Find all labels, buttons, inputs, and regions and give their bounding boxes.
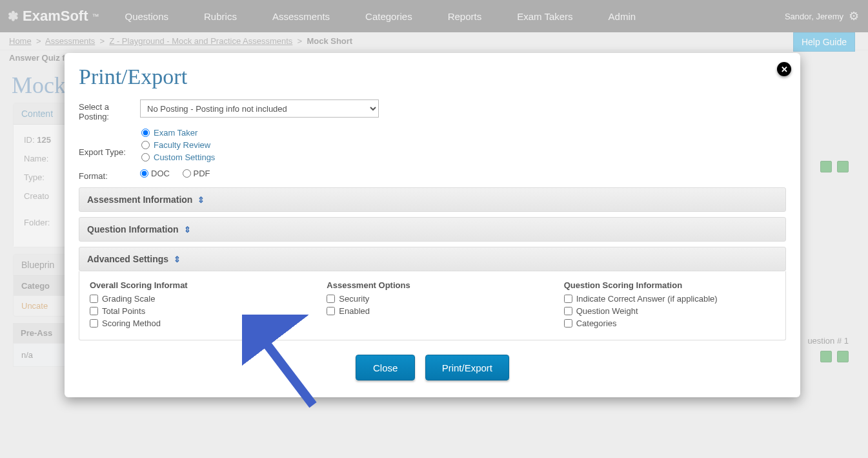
format-label: Format: <box>79 169 140 181</box>
print-export-button[interactable]: Print/Export <box>425 355 509 380</box>
format-pdf[interactable]: PDF <box>183 169 210 178</box>
section-advanced-settings[interactable]: Advanced Settings ⇕ <box>79 247 786 271</box>
export-type-faculty[interactable]: Faculty Review <box>141 140 786 150</box>
export-type-custom[interactable]: Custom Settings <box>141 152 786 162</box>
chk-grading-scale[interactable]: Grading Scale <box>90 294 301 304</box>
section-assessment-info[interactable]: Assessment Information ⇕ <box>79 187 786 212</box>
close-button[interactable]: Close <box>356 355 415 380</box>
chk-enabled[interactable]: Enabled <box>327 306 538 316</box>
export-type-label: Export Type: <box>79 133 140 157</box>
chk-categories[interactable]: Categories <box>564 318 775 328</box>
section-question-info[interactable]: Question Information ⇕ <box>79 217 786 242</box>
collapse-icon: ⇕ <box>184 225 191 234</box>
chk-security[interactable]: Security <box>327 294 538 304</box>
posting-label: Select a Posting: <box>79 99 140 121</box>
question-scoring-col: Question Scoring Information Indicate Co… <box>564 280 775 331</box>
format-doc[interactable]: DOC <box>140 169 170 178</box>
chk-indicate-correct[interactable]: Indicate Correct Answer (if applicable) <box>564 294 775 304</box>
close-icon[interactable]: ✕ <box>777 62 791 76</box>
collapse-icon: ⇕ <box>174 255 181 264</box>
overall-scoring-col: Overall Scoring Informat Grading Scale T… <box>90 280 301 331</box>
assessment-options-col: Assessment Options Security Enabled <box>327 280 538 331</box>
posting-select[interactable]: No Posting - Posting info not included <box>140 99 379 118</box>
advanced-settings-body: Overall Scoring Informat Grading Scale T… <box>79 271 786 340</box>
chk-scoring-method[interactable]: Scoring Method <box>90 318 301 328</box>
print-export-modal: ✕ Print/Export Select a Posting: No Post… <box>65 53 800 397</box>
collapse-icon: ⇕ <box>197 195 205 205</box>
export-type-exam[interactable]: Exam Taker <box>141 128 786 138</box>
chk-question-weight[interactable]: Question Weight <box>564 306 775 316</box>
chk-total-points[interactable]: Total Points <box>90 306 301 316</box>
modal-title: Print/Export <box>79 65 786 89</box>
